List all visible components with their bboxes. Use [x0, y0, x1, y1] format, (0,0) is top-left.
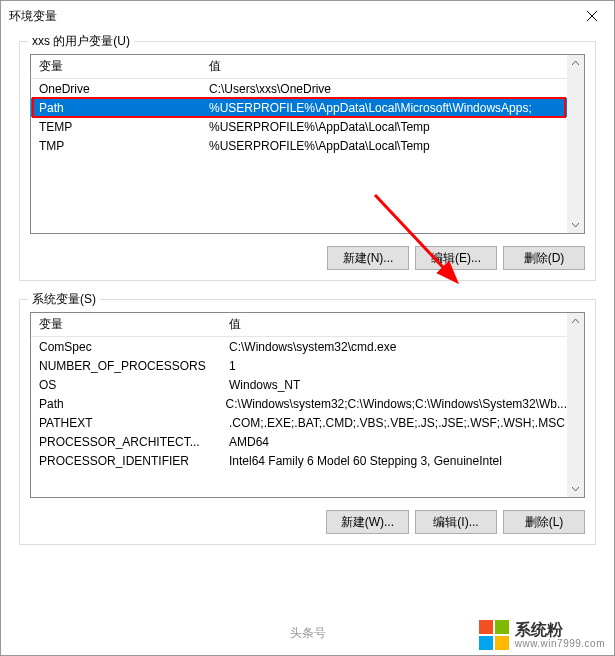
watermark-en: www.win7999.com: [515, 638, 605, 649]
row-var: NUMBER_OF_PROCESSORS: [31, 359, 221, 373]
scroll-track[interactable]: [567, 72, 584, 216]
user-variables-group: xxs 的用户变量(U) 变量 值 OneDrive C:\Users\xxs\…: [19, 41, 596, 281]
user-delete-button[interactable]: 删除(D): [503, 246, 585, 270]
list-row[interactable]: ComSpec C:\Windows\system32\cmd.exe: [31, 337, 567, 356]
sys-list-content: 变量 值 ComSpec C:\Windows\system32\cmd.exe…: [31, 313, 567, 497]
user-group-title: xxs 的用户变量(U): [28, 33, 134, 50]
scroll-down-button[interactable]: [567, 480, 584, 497]
scrollbar[interactable]: [567, 55, 584, 233]
row-var: PROCESSOR_ARCHITECT...: [31, 435, 221, 449]
sys-delete-button[interactable]: 删除(L): [503, 510, 585, 534]
col-header-value[interactable]: 值: [201, 58, 567, 75]
row-val: .COM;.EXE;.BAT;.CMD;.VBS;.VBE;.JS;.JSE;.…: [221, 416, 567, 430]
row-var: OneDrive: [31, 82, 201, 96]
chevron-down-icon: [572, 221, 579, 228]
list-row[interactable]: PATHEXT .COM;.EXE;.BAT;.CMD;.VBS;.VBE;.J…: [31, 413, 567, 432]
col-header-variable[interactable]: 变量: [31, 58, 201, 75]
sys-list-header: 变量 值: [31, 313, 567, 337]
user-buttons: 新建(N)... 编辑(E)... 删除(D): [30, 246, 585, 270]
window-title: 环境变量: [9, 8, 57, 25]
close-icon: [587, 11, 597, 21]
list-row[interactable]: TEMP %USERPROFILE%\AppData\Local\Temp: [31, 117, 567, 136]
watermark-text: 系统粉 www.win7999.com: [515, 621, 605, 650]
row-val: %USERPROFILE%\AppData\Local\Microsoft\Wi…: [201, 101, 567, 115]
watermark-cn: 系统粉: [515, 621, 605, 639]
row-val: %USERPROFILE%\AppData\Local\Temp: [201, 139, 567, 153]
titlebar: 环境变量: [1, 1, 614, 31]
row-var: TMP: [31, 139, 201, 153]
chevron-down-icon: [572, 485, 579, 492]
user-edit-button[interactable]: 编辑(E)...: [415, 246, 497, 270]
center-watermark: 头条号: [290, 625, 326, 642]
col-header-variable[interactable]: 变量: [31, 316, 221, 333]
list-row-selected[interactable]: Path %USERPROFILE%\AppData\Local\Microso…: [31, 98, 567, 117]
col-header-value[interactable]: 值: [221, 316, 567, 333]
row-val: C:\Windows\system32;C:\Windows;C:\Window…: [218, 397, 567, 411]
row-var: PATHEXT: [31, 416, 221, 430]
list-row[interactable]: PROCESSOR_IDENTIFIER Intel64 Family 6 Mo…: [31, 451, 567, 470]
row-val: AMD64: [221, 435, 567, 449]
chevron-up-icon: [572, 60, 579, 67]
user-new-button[interactable]: 新建(N)...: [327, 246, 409, 270]
ms-logo-icon: [479, 620, 509, 650]
close-button[interactable]: [569, 1, 614, 31]
system-variables-group: 系统变量(S) 变量 值 ComSpec C:\Windows\system32…: [19, 299, 596, 545]
list-row[interactable]: Path C:\Windows\system32;C:\Windows;C:\W…: [31, 394, 567, 413]
watermark: 系统粉 www.win7999.com: [479, 620, 605, 650]
user-list-content: 变量 值 OneDrive C:\Users\xxs\OneDrive Path…: [31, 55, 567, 233]
row-val: C:\Users\xxs\OneDrive: [201, 82, 567, 96]
sys-buttons: 新建(W)... 编辑(I)... 删除(L): [30, 510, 585, 534]
list-row[interactable]: NUMBER_OF_PROCESSORS 1: [31, 356, 567, 375]
env-vars-dialog: 环境变量 xxs 的用户变量(U) 变量 值 OneDrive C:\Users…: [0, 0, 615, 656]
row-var: TEMP: [31, 120, 201, 134]
sys-group-title: 系统变量(S): [28, 291, 100, 308]
row-val: Windows_NT: [221, 378, 567, 392]
scroll-up-button[interactable]: [567, 313, 584, 330]
row-val: %USERPROFILE%\AppData\Local\Temp: [201, 120, 567, 134]
row-val: C:\Windows\system32\cmd.exe: [221, 340, 567, 354]
chevron-up-icon: [572, 318, 579, 325]
row-val: Intel64 Family 6 Model 60 Stepping 3, Ge…: [221, 454, 567, 468]
row-var: OS: [31, 378, 221, 392]
dialog-content: xxs 的用户变量(U) 变量 值 OneDrive C:\Users\xxs\…: [1, 31, 614, 612]
system-variables-list[interactable]: 变量 值 ComSpec C:\Windows\system32\cmd.exe…: [30, 312, 585, 498]
row-var: Path: [31, 397, 218, 411]
row-var: ComSpec: [31, 340, 221, 354]
sys-edit-button[interactable]: 编辑(I)...: [415, 510, 497, 534]
scroll-up-button[interactable]: [567, 55, 584, 72]
row-val: 1: [221, 359, 567, 373]
scroll-down-button[interactable]: [567, 216, 584, 233]
sys-new-button[interactable]: 新建(W)...: [326, 510, 409, 534]
row-var: Path: [31, 101, 201, 115]
list-row[interactable]: OS Windows_NT: [31, 375, 567, 394]
list-row[interactable]: TMP %USERPROFILE%\AppData\Local\Temp: [31, 136, 567, 155]
scrollbar[interactable]: [567, 313, 584, 497]
user-list-header: 变量 值: [31, 55, 567, 79]
row-var: PROCESSOR_IDENTIFIER: [31, 454, 221, 468]
list-row[interactable]: OneDrive C:\Users\xxs\OneDrive: [31, 79, 567, 98]
scroll-track[interactable]: [567, 330, 584, 480]
list-row[interactable]: PROCESSOR_ARCHITECT... AMD64: [31, 432, 567, 451]
user-variables-list[interactable]: 变量 值 OneDrive C:\Users\xxs\OneDrive Path…: [30, 54, 585, 234]
